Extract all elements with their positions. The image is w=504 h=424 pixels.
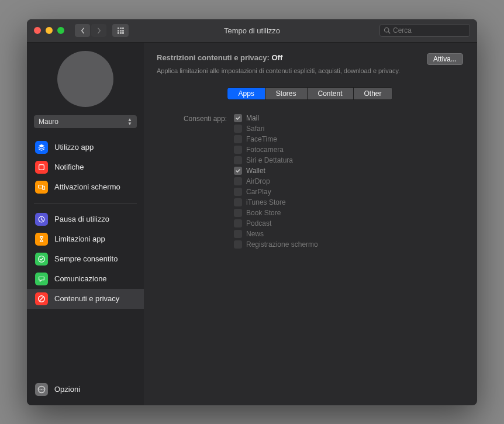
app-row-carplay: CarPlay (234, 188, 318, 196)
sidebar-item-contenuti-e-privacy[interactable]: Contenuti e privacy (27, 289, 144, 309)
hourglass-icon (35, 233, 48, 246)
clock-icon (35, 213, 48, 226)
window-title: Tempo di utilizzo (224, 26, 280, 35)
tab-apps[interactable]: Apps (227, 88, 265, 99)
app-row-podcast: Podcast (234, 219, 318, 227)
app-label: Book Store (246, 209, 281, 217)
svg-rect-3 (39, 185, 43, 188)
grid-icon (118, 27, 124, 34)
sidebar-item-sempre-consentito[interactable]: Sempre consentito (27, 249, 144, 269)
tab-stores[interactable]: Stores (265, 88, 308, 99)
close-icon[interactable] (34, 27, 41, 34)
maximize-icon[interactable] (57, 27, 64, 34)
tab-other[interactable]: Other (354, 88, 392, 99)
back-button[interactable] (75, 24, 90, 37)
app-row-mail: Mail (234, 114, 318, 122)
minimize-icon[interactable] (46, 27, 53, 34)
sidebar-item-utilizzo-app[interactable]: Utilizzo app (27, 137, 144, 157)
traffic-lights (34, 27, 64, 34)
user-select[interactable]: Mauro ▲▼ (34, 115, 137, 128)
app-label: Podcast (246, 219, 271, 227)
checkbox[interactable] (234, 188, 242, 196)
divider (34, 203, 137, 204)
app-row-airdrop: AirDrop (234, 177, 318, 185)
stop-icon (35, 292, 48, 305)
preferences-window: Tempo di utilizzo Mauro ▲▼ Utilizzo appN… (27, 19, 477, 405)
app-label: News (246, 230, 264, 238)
allow-apps-list: MailSafariFaceTimeFotocameraSiri e Detta… (234, 114, 318, 249)
chevron-updown-icon: ▲▼ (127, 118, 132, 126)
svg-line-1 (388, 32, 390, 33)
svg-point-10 (40, 389, 41, 390)
user-select-label: Mauro (39, 118, 58, 126)
nav-buttons (75, 24, 106, 37)
page-title: Restrizioni contenuti e privacy: Off (157, 53, 282, 62)
check-icon (35, 253, 48, 266)
avatar (57, 51, 113, 107)
app-label: CarPlay (246, 188, 271, 196)
svg-point-0 (385, 28, 389, 33)
ellipsis-icon (35, 383, 48, 396)
checkbox[interactable] (234, 167, 242, 175)
tab-content[interactable]: Content (308, 88, 354, 99)
search-field[interactable] (379, 24, 470, 37)
segmented-control: AppsStoresContentOther (227, 87, 392, 100)
sidebar-item-label: Pausa di utilizzo (54, 215, 109, 223)
sidebar-item-pausa-di-utilizzo[interactable]: Pausa di utilizzo (27, 209, 144, 229)
sidebar: Mauro ▲▼ Utilizzo appNotificheAttivazion… (27, 43, 144, 405)
layers-icon (35, 141, 48, 154)
forward-button[interactable] (91, 24, 106, 37)
allow-apps-label: Consenti app: (157, 114, 227, 249)
sidebar-item-label: Utilizzo app (54, 143, 94, 151)
app-row-news: News (234, 230, 318, 238)
app-label: FaceTime (246, 135, 277, 143)
bell-icon (35, 161, 48, 174)
search-input[interactable] (393, 26, 466, 35)
app-row-siri-e-dettatura: Siri e Dettatura (234, 156, 318, 164)
device-icon (35, 181, 48, 194)
activate-button[interactable]: Attiva... (427, 53, 463, 65)
chat-icon (35, 273, 48, 285)
sidebar-item-label: Limitazioni app (54, 235, 105, 243)
checkbox[interactable] (234, 114, 242, 122)
app-label: Safari (246, 125, 264, 133)
sidebar-item-label: Attivazioni schermo (54, 182, 120, 191)
checkbox[interactable] (234, 156, 242, 164)
sidebar-item-label: Opzioni (54, 385, 80, 394)
content-pane: Restrizioni contenuti e privacy: Off Att… (144, 43, 477, 405)
sidebar-item-notifiche[interactable]: Notifiche (27, 157, 144, 177)
svg-rect-4 (43, 186, 45, 189)
app-row-safari: Safari (234, 125, 318, 133)
checkbox[interactable] (234, 198, 242, 206)
svg-point-11 (41, 389, 42, 390)
checkbox[interactable] (234, 125, 242, 133)
sidebar-item-attivazioni-schermo[interactable]: Attivazioni schermo (27, 177, 144, 197)
app-label: Registrazione schermo (246, 240, 318, 249)
search-icon (384, 27, 391, 34)
app-label: Wallet (246, 167, 265, 175)
checkbox[interactable] (234, 219, 242, 227)
app-row-itunes-store: iTunes Store (234, 198, 318, 206)
sidebar-item-comunicazione[interactable]: Comunicazione (27, 269, 144, 289)
svg-line-8 (40, 297, 44, 301)
sidebar-item-label: Notifiche (54, 163, 84, 171)
app-row-wallet: Wallet (234, 167, 318, 175)
app-row-fotocamera: Fotocamera (234, 146, 318, 154)
checkbox[interactable] (234, 177, 242, 185)
app-label: Fotocamera (246, 146, 284, 154)
sidebar-item-limitazioni-app[interactable]: Limitazioni app (27, 229, 144, 249)
checkbox[interactable] (234, 135, 242, 143)
show-all-button[interactable] (112, 24, 129, 37)
checkbox[interactable] (234, 230, 242, 238)
sidebar-item-label: Sempre consentito (54, 254, 118, 263)
sidebar-item-label: Contenuti e privacy (54, 294, 119, 303)
app-label: AirDrop (246, 177, 270, 185)
page-subtitle: Applica limitazioni alle impostazioni di… (157, 67, 463, 74)
app-label: iTunes Store (246, 198, 286, 206)
checkbox[interactable] (234, 240, 242, 249)
svg-rect-2 (39, 164, 44, 170)
checkbox[interactable] (234, 146, 242, 154)
sidebar-item-label: Comunicazione (54, 274, 107, 283)
checkbox[interactable] (234, 209, 242, 217)
sidebar-item-options[interactable]: Opzioni (27, 380, 144, 399)
